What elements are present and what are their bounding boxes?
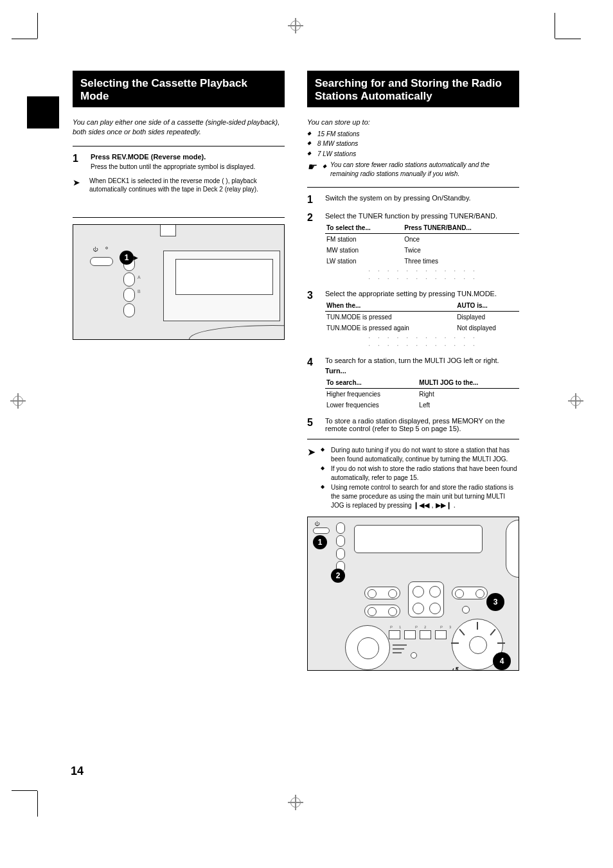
page-number: 14 (71, 765, 84, 778)
tick-icon (451, 642, 459, 644)
deck-play-icon: ❚▶ (129, 254, 138, 261)
step-number: 1 (73, 153, 84, 170)
cell: Right (418, 389, 519, 400)
cassette-window (175, 259, 273, 295)
note-item: If you do not wish to store the radio st… (321, 465, 519, 482)
step-result: Press the button until the appropriate s… (91, 163, 285, 170)
cell: Lower frequencies (325, 400, 418, 411)
step-text: Press REV.MODE (Reverse mode). (91, 153, 285, 161)
lcd-display (354, 525, 483, 553)
step-4-right: 4 To search for a station, turn the MULT… (307, 357, 519, 411)
crop-mark (37, 13, 38, 39)
step-text: Select the TUNER function by pressing TU… (325, 212, 519, 220)
jog-table: To search... MULTI JOG to the... Higher … (325, 377, 519, 411)
small-button-icon (413, 586, 424, 598)
mode-button-icon (123, 303, 135, 317)
notes-block: ➤ During auto tuning if you do not want … (307, 446, 519, 511)
multijog-inner-icon (469, 636, 487, 654)
intro-bullets: 15 FM stations 8 MW stations 7 LW statio… (307, 130, 519, 159)
divider (307, 439, 519, 439)
step-3-right: 3 Select the appropriate setting by pres… (307, 290, 519, 350)
led-icon (105, 247, 108, 249)
section-title-left: Selecting the Cassette Playback Mode (73, 71, 285, 107)
label-b: B (138, 289, 141, 294)
col-auto: AUTO is... (456, 300, 519, 312)
cell: TUN.MODE is pressed again (325, 323, 456, 333)
cell: Three times (403, 256, 519, 267)
cell: MW station (325, 245, 403, 256)
notes-list: During auto tuning if you do not want to… (321, 446, 519, 511)
cell: TUN.MODE is pressed (325, 312, 456, 323)
power-button-icon (313, 527, 330, 534)
right-column: Searching for and Storing the Radio Stat… (307, 71, 519, 671)
preset-button-icon (420, 630, 431, 639)
col-press: Press TUNER/BAND... (403, 222, 519, 234)
power-button-icon (90, 257, 113, 266)
button-group (452, 587, 488, 599)
small-button-icon (475, 589, 484, 598)
cell: Twice (403, 245, 519, 256)
step-text: Switch the system on by pressing On/Stan… (325, 194, 519, 202)
bullet-mw: 8 MW stations (307, 139, 519, 148)
callout-label: 4 (500, 657, 504, 666)
tick-icon (497, 642, 505, 644)
crop-mark (555, 13, 555, 39)
registration-mark-icon (568, 393, 583, 409)
display-sample-icon: · · · · · · · · · · · · (325, 335, 519, 341)
crop-mark (12, 39, 37, 39)
mode-button-icon (123, 272, 135, 287)
tick-icon (490, 629, 495, 635)
small-button-icon (429, 586, 441, 598)
intro-left: You can play either one side of a casset… (73, 118, 285, 137)
step-number: 5 (307, 417, 319, 432)
band-select-table: To select the... Press TUNER/BAND... FM … (325, 222, 519, 267)
panel-top (160, 225, 176, 236)
note-text: When DECK1 is selected in the reverse mo… (89, 177, 285, 194)
crop-mark (12, 790, 37, 791)
callout-4: 4 (493, 652, 511, 670)
control-wheel-icon (345, 625, 390, 670)
func-button-icon (336, 548, 345, 560)
registration-mark-icon (10, 393, 26, 409)
preset-button-icon (435, 630, 447, 639)
left-column: Selecting the Cassette Playback Mode You… (73, 71, 285, 340)
cell: Not displayed (456, 323, 519, 333)
diamond-icon: ◆ (323, 163, 326, 169)
label-a: A (138, 275, 141, 279)
func-button-icon (336, 522, 345, 534)
registration-mark-icon (288, 18, 303, 33)
crop-mark (37, 791, 38, 817)
button-group (364, 587, 400, 599)
side-index-box (27, 96, 59, 128)
small-button-icon (388, 607, 397, 616)
dial-arc-icon (189, 325, 285, 340)
cell: Left (418, 400, 519, 411)
intro-hand-note: You can store fewer radio stations autom… (330, 161, 519, 178)
cell: Once (403, 234, 519, 245)
display-sample-icon: · · · · · · · · · · · · (325, 342, 519, 349)
display-sample-icon: · · · · · · · · · · · · (325, 268, 519, 274)
step-number: 4 (307, 357, 319, 411)
col-when: When the... (325, 300, 456, 312)
line-icon (393, 644, 407, 646)
step-1-right: 1 Switch the system on by pressing On/St… (307, 194, 519, 206)
divider (73, 217, 285, 218)
jack-icon (411, 652, 417, 659)
device-illustration-right: ⏻ P1 P2 P3 P4 (307, 517, 519, 671)
cell: FM station (325, 234, 403, 245)
standby-icon: ⏻ (93, 247, 98, 252)
note-arrow-icon: ➤ (307, 446, 315, 458)
callout-1: 1 (313, 535, 327, 549)
small-button-icon (388, 589, 397, 598)
small-button-icon (462, 606, 470, 614)
small-button-icon (368, 607, 377, 616)
col-multijog: MULTI JOG to the... (418, 377, 519, 389)
small-button-icon (368, 589, 377, 598)
note-item: Using remote control to search for and s… (321, 483, 519, 510)
preset-button-icon (404, 630, 416, 639)
cell: LW station (325, 256, 403, 267)
registration-mark-icon (288, 795, 303, 810)
section-title-right: Searching for and Storing the Radio Stat… (307, 71, 519, 107)
mode-button-icon (123, 288, 135, 302)
tick-icon (459, 629, 465, 635)
